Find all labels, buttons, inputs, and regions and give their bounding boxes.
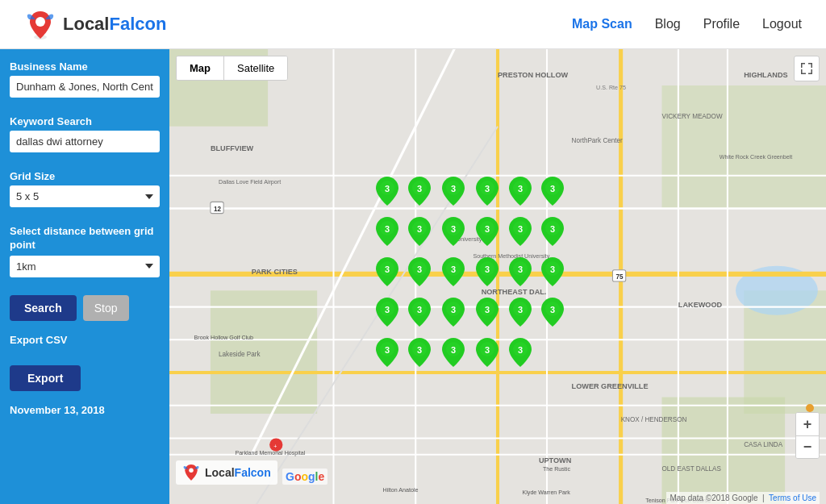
map-pin[interactable]: 3 <box>376 217 398 246</box>
map-pin[interactable]: 3 <box>408 338 431 367</box>
map-container: BLUFFVIEW NorthPark Center VICKERY MEADO… <box>169 49 826 504</box>
svg-text:Lakeside Park: Lakeside Park <box>219 351 261 358</box>
logo-falcon: Falcon <box>109 14 166 34</box>
map-pin[interactable]: 3 <box>376 338 398 367</box>
map-pin[interactable]: 3 <box>376 257 398 286</box>
map-pin[interactable]: 3 <box>509 257 532 286</box>
nav-map-scan[interactable]: Map Scan <box>572 17 632 31</box>
fullscreen-button[interactable] <box>794 56 820 81</box>
main-content: Business Name Keyword Search Grid Size 5… <box>0 49 826 504</box>
map-pin[interactable]: 3 <box>541 177 564 206</box>
map-pin[interactable]: 3 <box>509 298 532 327</box>
scan-date: November 13, 2018 <box>10 404 160 416</box>
map-pin[interactable]: 3 <box>376 177 398 206</box>
zoom-out-button[interactable]: − <box>796 435 819 458</box>
keyword-input[interactable] <box>10 131 160 152</box>
map-attribution: Map data ©2018 Google | Terms of Use <box>666 492 820 504</box>
map-pin[interactable]: 3 <box>476 217 499 246</box>
svg-text:+: + <box>273 444 277 450</box>
svg-text:Klyde Warren Park: Klyde Warren Park <box>523 489 571 496</box>
svg-text:3: 3 <box>518 264 523 274</box>
grid-size-group: Grid Size 5 x 5 7 x 7 9 x 9 11 x 11 <box>10 170 160 217</box>
map-pin[interactable]: 3 <box>476 298 499 327</box>
svg-text:CASA LINDA: CASA LINDA <box>744 441 782 448</box>
map-pin[interactable]: 3 <box>541 217 564 246</box>
svg-text:PRESTON HOLLOW: PRESTON HOLLOW <box>498 71 569 79</box>
svg-text:OLD EAST DALLAS: OLD EAST DALLAS <box>662 465 722 473</box>
svg-text:HIGHLANDS: HIGHLANDS <box>744 71 787 79</box>
svg-point-117 <box>806 404 814 412</box>
svg-text:White Rock Creek Greenbelt: White Rock Creek Greenbelt <box>720 154 793 160</box>
map-data-text: Map data ©2018 Google <box>670 494 757 502</box>
map-pin[interactable]: 3 <box>376 298 398 327</box>
nav-blog[interactable]: Blog <box>655 17 681 31</box>
main-nav: Map Scan Blog Profile Logout <box>572 17 802 31</box>
map-pin[interactable]: 3 <box>442 217 465 246</box>
export-section: Export CSV Export <box>10 334 160 404</box>
svg-text:3: 3 <box>451 224 456 234</box>
svg-text:3: 3 <box>550 184 555 194</box>
svg-text:3: 3 <box>385 184 390 194</box>
map-pin[interactable]: 3 <box>541 257 564 286</box>
svg-text:LOWER GREENVILLE: LOWER GREENVILLE <box>572 382 649 390</box>
svg-text:12: 12 <box>214 206 222 213</box>
map-pin[interactable]: 3 <box>408 298 431 327</box>
svg-text:3: 3 <box>518 345 523 355</box>
map-pin[interactable]: 3 <box>509 217 532 246</box>
sidebar: Business Name Keyword Search Grid Size 5… <box>0 49 169 504</box>
distance-select[interactable]: 0.5km 1km 2km 3km 5km <box>10 256 160 277</box>
map-mode-map[interactable]: Map <box>177 56 223 80</box>
svg-text:3: 3 <box>417 184 422 194</box>
svg-text:3: 3 <box>485 345 490 355</box>
svg-text:3: 3 <box>417 224 422 234</box>
map-pin[interactable]: 3 <box>476 257 499 286</box>
map-pin[interactable]: 3 <box>509 338 532 367</box>
search-button[interactable]: Search <box>10 295 77 321</box>
map-pin[interactable]: 3 <box>442 257 465 286</box>
watermark-local: Local <box>205 466 235 479</box>
keyword-group: Keyword Search <box>10 115 160 162</box>
export-button[interactable]: Export <box>10 365 81 391</box>
grid-size-select[interactable]: 5 x 5 7 x 7 9 x 9 11 x 11 <box>10 185 160 207</box>
svg-marker-7 <box>662 398 786 504</box>
distance-group: Select distance between grid point 0.5km… <box>10 225 160 287</box>
svg-text:Dallas Love Field Airport: Dallas Love Field Airport <box>219 179 281 185</box>
logo-text: LocalFalcon <box>63 14 166 35</box>
nav-profile[interactable]: Profile <box>703 17 740 31</box>
svg-text:3: 3 <box>451 305 456 314</box>
map-pin[interactable]: 3 <box>476 177 499 206</box>
svg-text:3: 3 <box>385 305 390 314</box>
terms-link[interactable]: Terms of Use <box>769 494 816 502</box>
map-pin[interactable]: 3 <box>408 217 431 246</box>
map-pin[interactable]: 3 <box>541 298 564 327</box>
svg-text:3: 3 <box>485 184 490 194</box>
svg-text:KNOX / HENDERSON: KNOX / HENDERSON <box>621 416 687 423</box>
svg-text:3: 3 <box>451 264 456 274</box>
svg-text:Hilton Anatole: Hilton Anatole <box>383 487 419 494</box>
fullscreen-icon <box>800 62 813 75</box>
svg-text:3: 3 <box>485 305 490 314</box>
business-name-input[interactable] <box>10 76 160 98</box>
keyword-label: Keyword Search <box>10 115 160 127</box>
map-pin[interactable]: 3 <box>442 298 465 327</box>
svg-text:LAKEWOOD: LAKEWOOD <box>678 301 723 309</box>
map-pin[interactable]: 3 <box>408 177 431 206</box>
watermark-falcon: Falcon <box>235 466 271 479</box>
map-mode-satellite[interactable]: Satellite <box>223 56 287 80</box>
map-pin[interactable]: 3 <box>509 177 532 206</box>
map-pin[interactable]: 3 <box>442 177 465 206</box>
svg-text:BLUFFVIEW: BLUFFVIEW <box>211 144 254 152</box>
svg-text:3: 3 <box>451 184 456 194</box>
watermark-text: LocalFalcon <box>205 466 271 479</box>
map-pin[interactable]: 3 <box>476 338 499 367</box>
export-csv-label: Export CSV <box>10 334 160 346</box>
map-pin[interactable]: 3 <box>442 338 465 367</box>
stop-button[interactable]: Stop <box>83 295 129 321</box>
nav-logout[interactable]: Logout <box>762 17 802 31</box>
zoom-in-button[interactable]: + <box>796 413 819 435</box>
map-pin[interactable]: 3 <box>408 257 431 286</box>
svg-text:3: 3 <box>417 264 422 274</box>
svg-text:VICKERY MEADOW: VICKERY MEADOW <box>662 113 723 120</box>
watermark-logo-icon <box>182 464 200 481</box>
header: LocalFalcon Map Scan Blog Profile Logout <box>0 0 826 49</box>
